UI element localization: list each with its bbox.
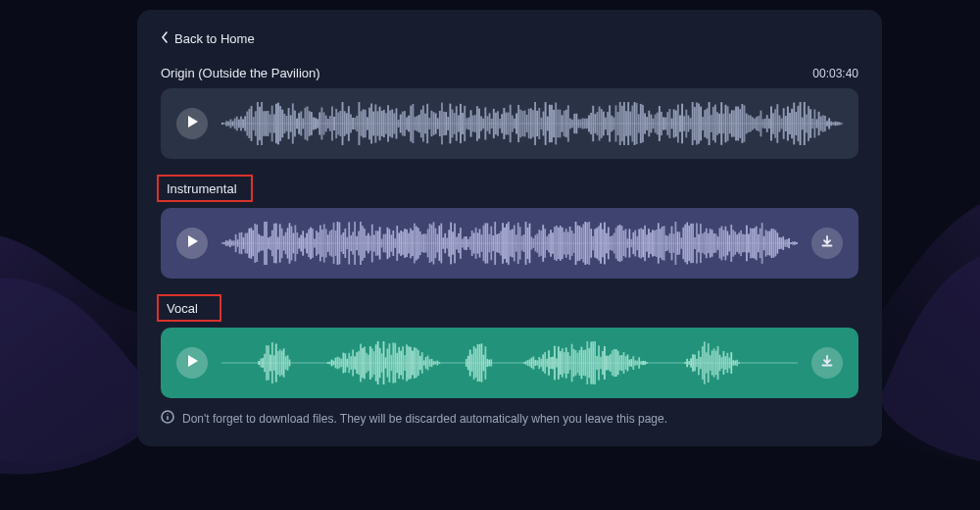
svg-rect-635	[356, 352, 358, 374]
instrumental-download-button[interactable]	[811, 228, 843, 259]
svg-rect-18	[257, 102, 259, 145]
svg-rect-390	[390, 234, 392, 251]
svg-rect-584	[763, 236, 765, 250]
back-to-home-link[interactable]: Back to Home	[161, 31, 255, 46]
svg-rect-511	[623, 230, 625, 256]
svg-rect-161	[553, 110, 555, 137]
svg-rect-421	[450, 223, 452, 265]
svg-rect-634	[354, 356, 356, 369]
svg-rect-212	[659, 106, 661, 141]
svg-rect-304	[225, 240, 227, 246]
vocal-waveform[interactable]	[221, 339, 798, 386]
vocal-download-button[interactable]	[811, 347, 843, 379]
svg-rect-645	[375, 344, 377, 382]
svg-rect-394	[398, 232, 400, 253]
svg-rect-704	[544, 352, 546, 374]
svg-rect-652	[389, 343, 391, 382]
svg-rect-248	[733, 110, 735, 136]
svg-rect-581	[758, 234, 760, 252]
svg-rect-215	[664, 118, 666, 130]
svg-rect-442	[490, 227, 492, 261]
svg-rect-281	[802, 118, 804, 130]
svg-rect-76	[377, 111, 379, 135]
origin-play-button[interactable]	[176, 108, 208, 139]
origin-waveform[interactable]	[221, 100, 843, 147]
svg-rect-350	[314, 238, 316, 247]
svg-rect-400	[410, 229, 412, 259]
svg-rect-680	[467, 356, 469, 370]
svg-rect-484	[571, 230, 573, 256]
svg-rect-75	[374, 104, 376, 142]
svg-rect-24	[270, 115, 271, 133]
svg-rect-225	[685, 110, 687, 138]
svg-rect-415	[438, 226, 440, 261]
svg-rect-52	[327, 119, 329, 128]
instrumental-play-button[interactable]	[176, 228, 208, 259]
svg-rect-476	[556, 226, 558, 261]
svg-rect-464	[533, 238, 535, 248]
svg-rect-346	[306, 233, 308, 254]
download-icon	[820, 234, 834, 252]
svg-rect-224	[683, 116, 685, 131]
svg-rect-573	[742, 234, 744, 253]
svg-rect-598	[790, 242, 792, 244]
svg-rect-482	[567, 231, 569, 254]
svg-rect-201	[636, 103, 638, 144]
svg-rect-57	[337, 113, 339, 135]
svg-rect-764	[696, 359, 698, 367]
svg-rect-741	[615, 349, 617, 377]
svg-rect-325	[266, 222, 268, 265]
svg-rect-604	[260, 359, 262, 368]
svg-rect-278	[795, 112, 797, 135]
svg-rect-437	[481, 234, 483, 251]
svg-rect-705	[546, 359, 548, 367]
svg-rect-679	[466, 359, 467, 367]
svg-rect-626	[339, 358, 341, 369]
svg-rect-722	[579, 350, 581, 376]
svg-rect-405	[419, 231, 421, 255]
svg-rect-383	[377, 231, 379, 256]
svg-rect-670	[423, 360, 425, 365]
origin-title: Origin (Outside the Pavilion)	[161, 66, 320, 80]
svg-rect-315	[246, 232, 248, 253]
svg-rect-396	[402, 231, 404, 255]
svg-rect-112	[452, 110, 454, 138]
svg-rect-753	[638, 357, 640, 368]
svg-rect-154	[538, 108, 540, 139]
instrumental-track	[161, 208, 858, 279]
svg-rect-106	[439, 111, 441, 136]
svg-rect-88	[402, 112, 404, 136]
svg-rect-580	[756, 227, 758, 261]
play-icon	[185, 115, 199, 132]
svg-rect-271	[781, 119, 783, 129]
svg-rect-431	[469, 236, 471, 250]
svg-rect-676	[435, 361, 437, 364]
svg-rect-463	[531, 236, 533, 249]
svg-rect-658	[400, 351, 402, 376]
svg-rect-34	[290, 115, 292, 131]
svg-rect-765	[698, 351, 700, 376]
svg-rect-492	[586, 223, 588, 264]
svg-rect-103	[433, 112, 435, 135]
svg-rect-433	[473, 232, 475, 253]
svg-rect-113	[454, 113, 456, 134]
svg-rect-319	[254, 224, 256, 263]
svg-rect-685	[477, 344, 479, 382]
svg-rect-139	[508, 113, 510, 135]
svg-rect-435	[477, 232, 479, 253]
svg-rect-696	[529, 359, 531, 366]
svg-rect-264	[766, 115, 768, 132]
svg-rect-543	[684, 225, 686, 263]
svg-rect-367	[346, 237, 348, 249]
svg-rect-300	[841, 124, 843, 125]
svg-rect-629	[344, 353, 346, 372]
svg-rect-320	[256, 225, 258, 262]
svg-rect-295	[830, 122, 832, 127]
svg-rect-428	[464, 236, 466, 250]
svg-rect-550	[698, 234, 700, 253]
svg-rect-627	[341, 359, 343, 367]
vocal-play-button[interactable]	[176, 347, 208, 379]
instrumental-waveform[interactable]	[221, 220, 798, 267]
svg-rect-227	[690, 118, 692, 129]
svg-rect-68	[361, 111, 363, 135]
